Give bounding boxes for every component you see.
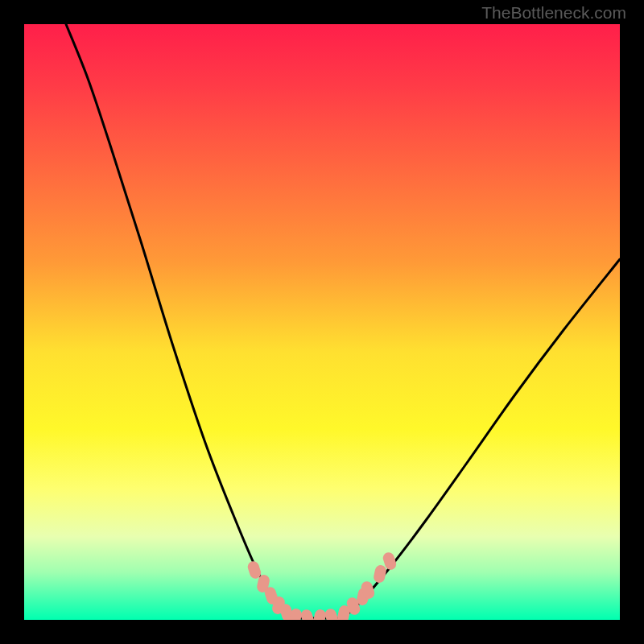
chart-plot-area (24, 24, 620, 620)
chart-container: TheBottleneck.com (0, 0, 644, 644)
chart-background (24, 24, 620, 620)
watermark-text: TheBottleneck.com (481, 3, 626, 23)
chart-svg (24, 24, 620, 620)
